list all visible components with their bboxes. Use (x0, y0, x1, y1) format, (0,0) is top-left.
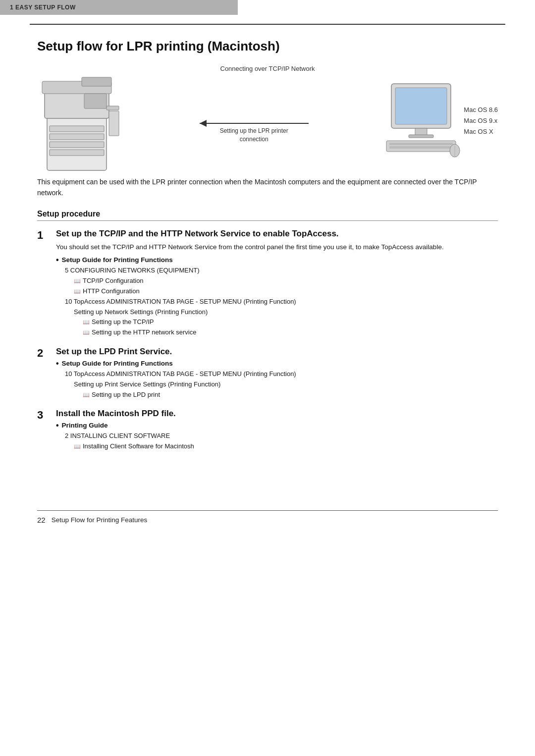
footer-page-number: 22 (37, 516, 46, 524)
book-icon-5: 📖 (83, 392, 90, 398)
book-icon-2: 📖 (74, 288, 81, 294)
step-1-bullets: • Setup Guide for Printing Functions 5 C… (56, 256, 498, 338)
mac-os-label-3: Mac OS X (464, 126, 498, 137)
svg-rect-16 (389, 143, 453, 145)
diagram-area: Connecting over TCP/IP Network (37, 65, 498, 165)
svg-rect-6 (50, 142, 104, 148)
step-3-bullets: • Printing Guide 2 INSTALLING CLIENT SOF… (56, 422, 498, 452)
step-1-bullet-label: • Setup Guide for Printing Functions (56, 256, 498, 264)
computer-device-image (381, 81, 461, 161)
bullet-dot-3: • (56, 422, 59, 430)
mac-os-label-2: Mac OS 9.x (464, 115, 498, 126)
mac-os-labels: Mac OS 8.6 Mac OS 9.x Mac OS X (464, 105, 498, 137)
step-3-bullet-label: • Printing Guide (56, 422, 498, 430)
svg-rect-17 (389, 146, 453, 149)
ref-3-0: 2 INSTALLING CLIENT SOFTWARE (65, 431, 498, 441)
ref-1-3: 10 TopAccess ADMINISTRATION TAB PAGE - S… (65, 297, 498, 307)
ref-1-2: 📖HTTP Configuration (74, 286, 498, 297)
ref-2-0: 10 TopAccess ADMINISTRATION TAB PAGE - S… (65, 369, 498, 379)
arrow-section: Setting up the LPR printerconnection (126, 98, 381, 144)
svg-rect-5 (50, 134, 104, 140)
step-2-bullet-label: • Setup Guide for Printing Functions (56, 360, 498, 368)
svg-rect-14 (409, 135, 433, 138)
svg-rect-4 (50, 126, 104, 132)
svg-rect-12 (395, 88, 447, 124)
ref-2-2: 📖Setting up the LPD print (83, 390, 498, 400)
footer: 22 Setup Flow for Printing Features (0, 511, 535, 529)
header-section-label: 1 EASY SETUP FLOW (0, 0, 238, 15)
ref-2-1: Setting up Print Service Settings (Print… (74, 379, 498, 390)
step-1: 1 Set up the TCP/IP and the HTTP Network… (37, 229, 498, 338)
step-1-desc: You should set the TCP/IP and HTTP Netwo… (56, 242, 498, 253)
book-icon-3: 📖 (83, 319, 90, 325)
book-icon-4: 📖 (83, 329, 90, 335)
bullet-dot-1: • (56, 256, 59, 264)
ref-3-1: 📖Installing Client Software for Macintos… (74, 441, 498, 452)
step-2: 2 Set up the LPD Print Service. • Setup … (37, 347, 498, 400)
svg-rect-8 (84, 94, 107, 108)
step-3-title: Install the Macintosh PPD file. (56, 409, 498, 419)
ref-1-0: 5 CONFIGURING NETWORKS (EQUIPMENT) (65, 266, 498, 276)
step-2-ref-list: 10 TopAccess ADMINISTRATION TAB PAGE - S… (65, 369, 498, 400)
step-1-number: 1 (37, 229, 52, 242)
steps-container: 1 Set up the TCP/IP and the HTTP Network… (37, 229, 498, 452)
book-icon-1: 📖 (74, 278, 81, 284)
ref-1-6: 📖Setting up the HTTP network service (83, 327, 498, 338)
diagram-inner: Setting up the LPR printerconnection (37, 76, 498, 165)
arrow-caption: Setting up the LPR printerconnection (220, 127, 288, 144)
ref-1-1: 📖TCP/IP Configuration (74, 276, 498, 286)
step-3-content: Install the Macintosh PPD file. • Printi… (56, 409, 498, 452)
step-1-ref-list: 5 CONFIGURING NETWORKS (EQUIPMENT) 📖TCP/… (65, 266, 498, 338)
ref-1-4: Setting up Network Settings (Printing Fu… (74, 307, 498, 318)
bullet-dot-2: • (56, 360, 59, 368)
step-3-guide-label: Printing Guide (62, 422, 108, 429)
mac-os-label-1: Mac OS 8.6 (464, 105, 498, 115)
step-1-guide-label: Setup Guide for Printing Functions (62, 256, 173, 264)
step-2-guide-label: Setup Guide for Printing Functions (62, 360, 173, 367)
step-2-number: 2 (37, 347, 52, 360)
step-2-title: Set up the LPD Print Service. (56, 347, 498, 357)
setup-procedure-heading: Setup procedure (37, 210, 498, 221)
step-3: 3 Install the Macintosh PPD file. • Prin… (37, 409, 498, 452)
printer-device-image (37, 76, 126, 165)
step-3-number: 3 (37, 409, 52, 422)
step-2-bullets: • Setup Guide for Printing Functions 10 … (56, 360, 498, 400)
page-title: Setup flow for LPR printing (Macintosh) (37, 39, 498, 54)
description-paragraph: This equipment can be used with the LPR … (37, 176, 498, 199)
svg-rect-10 (109, 111, 119, 136)
ref-1-5: 📖Setting up the TCP/IP (83, 317, 498, 327)
diagram-top-label: Connecting over TCP/IP Network (220, 65, 315, 72)
svg-rect-9 (107, 106, 119, 110)
book-icon-6: 📖 (74, 443, 81, 449)
footer-text: Setup Flow for Printing Features (52, 516, 148, 524)
svg-rect-3 (82, 77, 111, 86)
page-content: Setup flow for LPR printing (Macintosh) … (0, 25, 535, 490)
step-3-ref-list: 2 INSTALLING CLIENT SOFTWARE 📖Installing… (65, 431, 498, 452)
step-1-title: Set up the TCP/IP and the HTTP Network S… (56, 229, 498, 239)
step-2-content: Set up the LPD Print Service. • Setup Gu… (56, 347, 498, 400)
arrow-line (200, 123, 309, 124)
svg-rect-7 (50, 150, 104, 156)
step-1-content: Set up the TCP/IP and the HTTP Network S… (56, 229, 498, 338)
